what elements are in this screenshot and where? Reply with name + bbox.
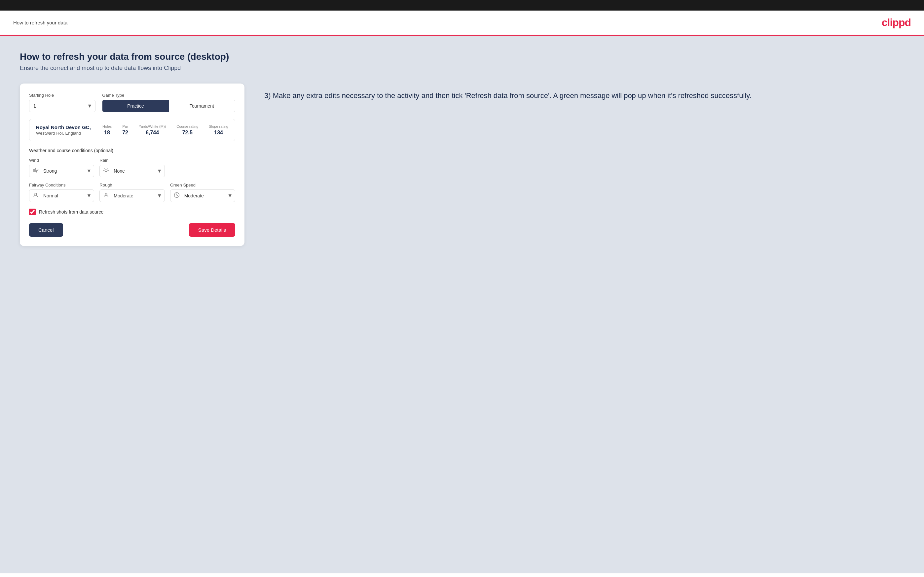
refresh-checkbox-row: Refresh shots from data source [29, 209, 235, 215]
card-inner: Starting Hole 1 ▼ Game Type Practice To [20, 84, 244, 246]
rain-label: Rain [99, 158, 165, 163]
rough-label: Rough [99, 182, 165, 187]
header: How to refresh your data clippd [0, 11, 924, 35]
stat-holes: Holes 18 [102, 124, 111, 136]
cancel-button[interactable]: Cancel [29, 223, 63, 237]
footer: Copyright Clippd 2022 [0, 573, 924, 577]
rough-icon [100, 192, 112, 199]
course-rating-value: 72.5 [183, 130, 192, 136]
page-subtitle: Ensure the correct and most up to date d… [20, 65, 904, 72]
instruction-panel: 3) Make any extra edits necessary to the… [264, 84, 904, 101]
course-info: Royal North Devon GC, Westward Ho!, Engl… [36, 124, 102, 136]
rain-select-container: None Light Heavy [99, 165, 165, 177]
yards-label: Yards/White (M)) [139, 124, 166, 128]
rough-group: Rough Moderate Light Heavy [99, 182, 165, 202]
green-speed-select[interactable]: Moderate Fast Slow [183, 190, 235, 202]
par-value: 72 [122, 130, 128, 136]
wind-wrapper: Strong Light None ▼ [29, 165, 94, 177]
green-speed-label: Green Speed [170, 182, 235, 187]
fairway-wrapper: Normal Firm Soft ▼ [29, 190, 94, 202]
green-speed-group: Green Speed Moderate Fast Slow [170, 182, 235, 202]
fairway-group: Fairway Conditions Normal Firm [29, 182, 94, 202]
course-rating-label: Course rating [176, 124, 198, 128]
fairway-select[interactable]: Normal Firm Soft [42, 190, 94, 202]
course-stats: Holes 18 Par 72 Yards/White (M)) 6,744 [102, 124, 228, 136]
starting-hole-select[interactable]: 1 [29, 100, 95, 112]
form-actions: Cancel Save Details [29, 223, 235, 237]
main-content: How to refresh your data from source (de… [0, 35, 924, 573]
svg-point-0 [105, 169, 108, 172]
svg-point-10 [105, 193, 107, 195]
course-name: Royal North Devon GC, [36, 124, 102, 130]
svg-line-8 [108, 168, 108, 169]
svg-line-4 [108, 172, 108, 172]
rough-select[interactable]: Moderate Light Heavy [112, 190, 164, 202]
conditions-row-2: Fairway Conditions Normal Firm [29, 182, 235, 202]
game-type-toggle: Practice Tournament [102, 100, 235, 112]
stat-slope-rating: Slope rating 134 [209, 124, 228, 136]
rain-wrapper: None Light Heavy ▼ [99, 165, 165, 177]
slope-rating-value: 134 [214, 130, 223, 136]
par-label: Par [122, 124, 128, 128]
green-speed-select-container: Moderate Fast Slow [170, 190, 235, 202]
rough-select-container: Moderate Light Heavy [99, 190, 165, 202]
game-type-label: Game Type [102, 93, 235, 98]
stat-course-rating: Course rating 72.5 [176, 124, 198, 136]
rain-select[interactable]: None Light Heavy [112, 165, 164, 177]
form-row-top: Starting Hole 1 ▼ Game Type Practice To [29, 93, 235, 112]
refresh-checkbox[interactable] [29, 209, 36, 215]
yards-value: 6,744 [146, 130, 159, 136]
slope-rating-label: Slope rating [209, 124, 228, 128]
holes-value: 18 [104, 130, 110, 136]
tournament-button[interactable]: Tournament [169, 100, 235, 112]
content-area: Starting Hole 1 ▼ Game Type Practice To [20, 84, 904, 246]
wind-icon [29, 168, 42, 175]
fairway-select-container: Normal Firm Soft [29, 190, 94, 202]
save-button[interactable]: Save Details [189, 223, 235, 237]
rain-icon [100, 168, 112, 175]
header-title: How to refresh your data [13, 20, 68, 26]
instruction-text: 3) Make any extra edits necessary to the… [264, 90, 904, 101]
rain-group: Rain None Light Heavy [99, 158, 165, 177]
practice-button[interactable]: Practice [102, 100, 168, 112]
refresh-checkbox-label: Refresh shots from data source [39, 209, 103, 214]
weather-section-label: Weather and course conditions (optional) [29, 148, 235, 153]
course-location: Westward Ho!, England [36, 131, 102, 136]
wind-select-container: Strong Light None [29, 165, 94, 177]
form-card: Starting Hole 1 ▼ Game Type Practice To [20, 84, 244, 246]
rough-wrapper: Moderate Light Heavy ▼ [99, 190, 165, 202]
logo: clippd [882, 16, 911, 29]
starting-hole-label: Starting Hole [29, 93, 95, 98]
fairway-icon [29, 192, 42, 199]
course-card: Royal North Devon GC, Westward Ho!, Engl… [29, 119, 235, 141]
green-speed-wrapper: Moderate Fast Slow ▼ [170, 190, 235, 202]
wind-group: Wind Strong Light None [29, 158, 94, 177]
game-type-group: Game Type Practice Tournament [102, 93, 235, 112]
top-bar [0, 0, 924, 11]
wind-label: Wind [29, 158, 94, 163]
holes-label: Holes [102, 124, 111, 128]
svg-point-9 [35, 193, 37, 195]
page-title: How to refresh your data from source (de… [20, 52, 904, 62]
conditions-section: Weather and course conditions (optional)… [29, 148, 235, 202]
wind-select[interactable]: Strong Light None [42, 165, 94, 177]
green-speed-icon [170, 192, 183, 199]
wind-rain-row: Wind Strong Light None [29, 158, 235, 177]
stat-par: Par 72 [122, 124, 128, 136]
starting-hole-wrapper: 1 ▼ [29, 100, 95, 112]
starting-hole-group: Starting Hole 1 ▼ [29, 93, 95, 112]
fairway-label: Fairway Conditions [29, 182, 94, 187]
stat-yards: Yards/White (M)) 6,744 [139, 124, 166, 136]
